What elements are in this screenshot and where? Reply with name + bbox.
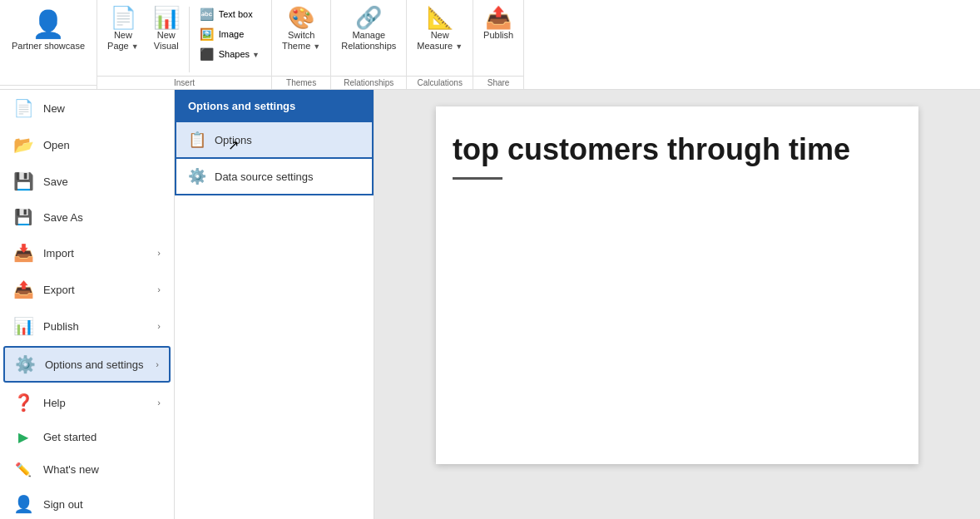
canvas-divider <box>453 177 502 180</box>
sidebar-item-whats-new-label: What's new <box>43 463 161 476</box>
publish-label: Publish <box>483 30 513 41</box>
partner-showcase-label: Partner showcase <box>12 40 85 52</box>
submenu-header: Options and settings <box>175 90 374 122</box>
ribbon: 👤 Partner showcase 📄 NewPage ▼ 📊 NewVisu… <box>0 0 980 90</box>
switch-theme-button[interactable]: 🎨 SwitchTheme ▼ <box>275 3 327 63</box>
submenu-data-source-label: Data source settings <box>215 171 314 183</box>
sidebar-item-save-as-label: Save As <box>43 211 161 224</box>
new-visual-icon: 📊 <box>153 7 180 28</box>
sidebar-item-publish-label: Publish <box>43 320 147 333</box>
get-started-icon: ▶ <box>13 429 33 445</box>
ribbon-section-insert-label: Insert <box>97 76 271 89</box>
sidebar-item-import-label: Import <box>43 247 147 260</box>
sign-out-icon: 👤 <box>13 494 33 514</box>
sidebar-item-save[interactable]: 💾 Save <box>0 163 174 200</box>
new-measure-button[interactable]: 📐 NewMeasure ▼ <box>410 3 469 63</box>
partner-showcase-icon: 👤 <box>32 8 65 40</box>
whats-new-icon: ✏️ <box>13 462 33 477</box>
sidebar-item-whats-new[interactable]: ✏️ What's new <box>0 453 174 486</box>
help-arrow-icon: › <box>157 398 161 408</box>
import-icon: 📥 <box>13 243 33 263</box>
sidebar-item-get-started-label: Get started <box>43 431 161 443</box>
ribbon-section-partner: 👤 Partner showcase <box>0 0 97 89</box>
image-icon: 🖼️ <box>200 27 214 41</box>
sidebar-item-save-label: Save <box>43 175 161 188</box>
export-arrow-icon: › <box>157 284 161 294</box>
sidebar: 📄 New 📂 Open 💾 Save 💾 Save As 📥 Import ›… <box>0 90 175 519</box>
publish-icon: 📤 <box>485 7 512 28</box>
options-icon: 📋 <box>188 131 206 149</box>
shapes-label: Shapes ▼ <box>219 49 260 59</box>
export-icon: 📤 <box>13 279 33 299</box>
options-arrow-icon: › <box>156 359 159 369</box>
canvas-page: top customers through time <box>436 106 918 464</box>
main-area: 📄 New 📂 Open 💾 Save 💾 Save As 📥 Import ›… <box>0 90 980 519</box>
data-source-icon: ⚙️ <box>188 167 206 185</box>
open-icon: 📂 <box>13 135 33 155</box>
ribbon-section-relationships: 🔗 ManageRelationships Relationships <box>331 0 407 89</box>
partner-showcase-button[interactable]: 👤 Partner showcase <box>3 3 93 70</box>
new-visual-label: NewVisual <box>154 30 179 52</box>
switch-theme-label: SwitchTheme ▼ <box>282 30 320 52</box>
sidebar-item-export-label: Export <box>43 284 147 296</box>
ribbon-section-themes: 🎨 SwitchTheme ▼ Themes <box>272 0 331 89</box>
ribbon-section-calculations: 📐 NewMeasure ▼ Calculations <box>407 0 473 89</box>
manage-relationships-icon: 🔗 <box>355 7 382 28</box>
ribbon-section-calculations-label: Calculations <box>407 76 473 89</box>
help-icon: ❓ <box>13 393 33 413</box>
ribbon-section-themes-label: Themes <box>272 76 330 89</box>
import-arrow-icon: › <box>157 248 161 258</box>
submenu: Options and settings 📋 Options ↗ ⚙️ Data… <box>175 90 374 519</box>
new-measure-icon: 📐 <box>427 7 453 28</box>
text-box-icon: 🔤 <box>200 7 214 21</box>
submenu-options-label: Options <box>215 134 252 146</box>
sidebar-item-open-label: Open <box>43 139 161 151</box>
ribbon-section-insert: 📄 NewPage ▼ 📊 NewVisual 🔤 Text box 🖼️ Im… <box>97 0 272 89</box>
new-visual-button[interactable]: 📊 NewVisual <box>146 3 187 63</box>
new-measure-label: NewMeasure ▼ <box>417 30 463 52</box>
sidebar-item-sign-out-label: Sign out <box>43 498 161 511</box>
publish-arrow-icon: › <box>157 321 161 331</box>
save-as-icon: 💾 <box>13 208 33 226</box>
sidebar-item-open[interactable]: 📂 Open <box>0 126 174 163</box>
image-label: Image <box>219 29 245 39</box>
options-settings-icon: ⚙️ <box>15 354 35 374</box>
sidebar-item-import[interactable]: 📥 Import › <box>0 235 174 271</box>
new-page-button[interactable]: 📄 NewPage ▼ <box>101 3 146 63</box>
sidebar-item-publish[interactable]: 📊 Publish › <box>0 308 174 344</box>
sidebar-item-sign-out[interactable]: 👤 Sign out <box>0 486 174 519</box>
image-button[interactable]: 🖼️ Image <box>195 25 265 43</box>
sidebar-item-options-settings[interactable]: ⚙️ Options and settings › <box>3 346 171 383</box>
submenu-item-options[interactable]: 📋 Options ↗ <box>175 122 374 159</box>
sidebar-item-save-as[interactable]: 💾 Save As <box>0 200 174 235</box>
manage-relationships-button[interactable]: 🔗 ManageRelationships <box>334 3 403 63</box>
sidebar-item-export[interactable]: 📤 Export › <box>0 271 174 308</box>
sidebar-item-get-started[interactable]: ▶ Get started <box>0 421 174 453</box>
sidebar-item-help-label: Help <box>43 397 147 409</box>
ribbon-section-share: 📤 Publish Share <box>473 0 524 89</box>
new-icon: 📄 <box>13 98 33 118</box>
text-box-button[interactable]: 🔤 Text box <box>195 5 265 23</box>
manage-relationships-label: ManageRelationships <box>341 30 396 52</box>
publish-button[interactable]: 📤 Publish <box>477 3 520 63</box>
text-box-label: Text box <box>219 9 253 19</box>
ribbon-section-share-label: Share <box>473 76 523 89</box>
submenu-item-data-source[interactable]: ⚙️ Data source settings <box>175 159 374 195</box>
sidebar-publish-icon: 📊 <box>13 316 33 336</box>
canvas-area: top customers through time <box>374 90 980 519</box>
new-page-label: NewPage ▼ <box>107 30 139 52</box>
sidebar-item-options-label: Options and settings <box>45 358 146 371</box>
sidebar-item-help[interactable]: ❓ Help › <box>0 384 174 421</box>
new-page-icon: 📄 <box>110 7 136 28</box>
shapes-icon: ⬛ <box>200 47 214 61</box>
sidebar-item-new[interactable]: 📄 New <box>0 90 174 126</box>
save-icon: 💾 <box>13 171 33 191</box>
canvas-title: top customers through time <box>436 131 918 167</box>
switch-theme-icon: 🎨 <box>288 7 314 28</box>
ribbon-section-partner-label <box>0 85 97 89</box>
ribbon-section-relationships-label: Relationships <box>331 76 406 89</box>
sidebar-item-new-label: New <box>43 102 161 115</box>
shapes-button[interactable]: ⬛ Shapes ▼ <box>195 45 265 63</box>
